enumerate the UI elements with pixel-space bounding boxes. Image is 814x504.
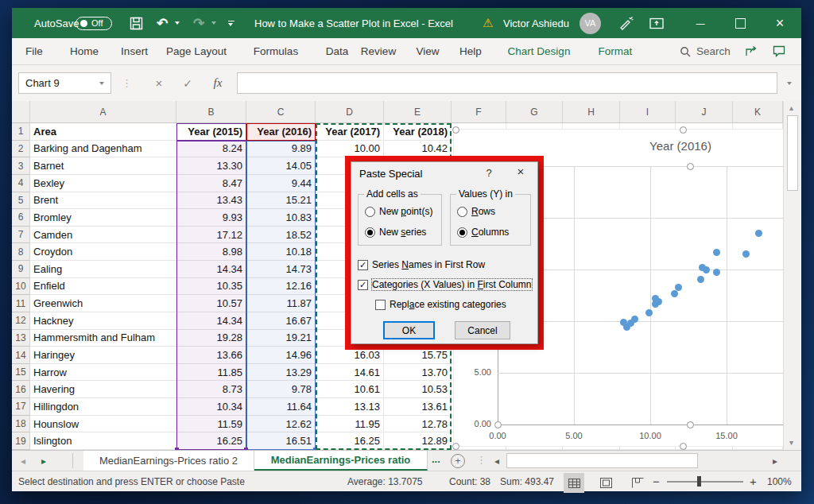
row-header-14[interactable]: 14 xyxy=(12,347,30,364)
hscroll-left-icon[interactable]: ◂ xyxy=(489,451,505,471)
cell[interactable]: Hounslow xyxy=(30,416,176,433)
row-header-7[interactable]: 7 xyxy=(12,227,30,244)
cell[interactable]: Barnet xyxy=(30,157,176,175)
cell[interactable]: Barking and Dagenham xyxy=(30,141,176,158)
page-break-preview-button[interactable] xyxy=(627,473,648,493)
share-button[interactable] xyxy=(745,38,758,64)
ribbon-display-options-button[interactable] xyxy=(649,8,664,38)
chart-selection-handle[interactable] xyxy=(687,421,694,428)
close-button[interactable]: × xyxy=(763,8,797,38)
column-header-F[interactable]: F xyxy=(452,101,506,123)
tab-chart-design[interactable]: Chart Design xyxy=(508,38,571,64)
column-header-B[interactable]: B xyxy=(176,101,246,123)
sheet-tab-overflow[interactable]: ... xyxy=(432,453,440,465)
column-header-J[interactable]: J xyxy=(676,101,733,123)
row-header-18[interactable]: 18 xyxy=(12,416,30,433)
cell[interactable]: Haringey xyxy=(30,347,176,364)
row-header-4[interactable]: 4 xyxy=(12,175,30,192)
column-header-I[interactable]: I xyxy=(620,101,676,123)
row-header-9[interactable]: 9 xyxy=(12,261,30,278)
chart-selection-handle[interactable] xyxy=(687,163,694,170)
redo-button[interactable]: ↷ xyxy=(193,8,204,38)
new-sheet-button[interactable]: + xyxy=(451,454,465,468)
zoom-in-button[interactable]: + xyxy=(750,471,757,491)
zoom-slider-thumb[interactable] xyxy=(697,476,701,487)
row-header-5[interactable]: 5 xyxy=(12,192,30,210)
horizontal-scroll-thumb[interactable] xyxy=(506,453,698,468)
chart-selection-handle[interactable] xyxy=(452,126,459,134)
minimize-button[interactable]: ─ xyxy=(684,8,717,38)
customize-qat-button[interactable] xyxy=(228,8,235,38)
cancel-button[interactable]: Cancel xyxy=(455,321,510,339)
checkbox-series-names-in-first-row[interactable]: ✓Series Names in First Row xyxy=(358,259,485,270)
formula-input[interactable] xyxy=(237,72,777,94)
chart-selection-handle[interactable] xyxy=(494,421,502,428)
radio-columns[interactable]: Columns xyxy=(457,227,509,238)
scroll-up-icon[interactable]: ▴ xyxy=(789,103,793,112)
maximize-button[interactable] xyxy=(723,8,757,38)
insert-function-button[interactable]: fx xyxy=(207,72,228,94)
radio-new-series[interactable]: New series xyxy=(365,227,426,238)
zoom-slider-track[interactable] xyxy=(667,481,743,483)
tab-data[interactable]: Data xyxy=(326,38,349,64)
account-avatar[interactable]: VA xyxy=(579,8,601,38)
vertical-scrollbar[interactable]: ▴ ▾ xyxy=(783,101,801,450)
cell[interactable]: Ealing xyxy=(30,261,176,278)
row-header-10[interactable]: 10 xyxy=(12,278,30,296)
column-header-G[interactable]: G xyxy=(506,101,563,123)
sheet-nav-right-icon[interactable]: ▸ xyxy=(36,451,52,471)
tab-home[interactable]: Home xyxy=(70,38,99,64)
tab-page-layout[interactable]: Page Layout xyxy=(166,38,227,64)
hscroll-right-icon[interactable]: ▸ xyxy=(767,451,783,471)
radio-new-point-s-[interactable]: New point(s) xyxy=(365,206,432,217)
dialog-help-button[interactable]: ? xyxy=(481,167,497,179)
autosave-toggle[interactable]: Off xyxy=(76,8,112,38)
radio-rows[interactable]: Rows xyxy=(457,206,495,217)
row-header-11[interactable]: 11 xyxy=(12,295,30,312)
chart-title[interactable]: Year (2016) xyxy=(601,139,760,153)
normal-view-button[interactable] xyxy=(564,473,584,493)
cell[interactable]: Greenwich xyxy=(30,295,176,312)
tab-insert[interactable]: Insert xyxy=(121,38,148,64)
tab-help[interactable]: Help xyxy=(459,38,482,64)
column-header-C[interactable]: C xyxy=(246,101,316,123)
column-header-D[interactable]: D xyxy=(316,101,384,123)
tab-view[interactable]: View xyxy=(416,38,439,64)
account-name[interactable]: Victor Ashiedu xyxy=(503,8,569,38)
tab-format[interactable]: Format xyxy=(599,38,633,64)
row-header-13[interactable]: 13 xyxy=(12,330,30,347)
chart-selection-handle[interactable] xyxy=(680,126,687,134)
row-header-12[interactable]: 12 xyxy=(12,312,30,330)
row-header-15[interactable]: 15 xyxy=(12,364,30,382)
tab-file[interactable]: File xyxy=(25,38,43,64)
dialog-close-button[interactable]: × xyxy=(510,165,531,178)
row-header-19[interactable]: 19 xyxy=(12,432,30,450)
checkbox-replace-existing-categories[interactable]: Replace existing categories xyxy=(375,299,506,310)
tab-review[interactable]: Review xyxy=(361,38,396,64)
sheet-nav-left-icon[interactable]: ◂ xyxy=(15,451,31,471)
column-header-K[interactable]: K xyxy=(733,101,783,123)
cell[interactable]: Area xyxy=(30,123,176,141)
row-header-16[interactable]: 16 xyxy=(12,381,30,398)
cell[interactable]: Brent xyxy=(30,192,176,210)
cancel-entry-button[interactable]: × xyxy=(149,72,169,94)
undo-button[interactable]: ↶ xyxy=(157,8,168,38)
page-layout-view-button[interactable] xyxy=(595,473,616,493)
column-header-E[interactable]: E xyxy=(384,101,452,123)
cell[interactable]: Bexley xyxy=(30,175,176,192)
range-handle[interactable] xyxy=(244,448,248,450)
comments-button[interactable] xyxy=(773,38,785,64)
cell[interactable]: Enfield xyxy=(30,278,176,296)
column-header-A[interactable]: A xyxy=(30,101,176,123)
row-header-8[interactable]: 8 xyxy=(12,243,30,261)
cell[interactable]: Havering xyxy=(30,381,176,398)
tab-formulas[interactable]: Formulas xyxy=(254,38,298,64)
cell[interactable]: Bromley xyxy=(30,209,176,227)
row-header-3[interactable]: 3 xyxy=(12,157,30,175)
cell[interactable]: Hillingdon xyxy=(30,398,176,416)
column-header-H[interactable]: H xyxy=(563,101,620,123)
vertical-scroll-thumb[interactable] xyxy=(787,115,798,191)
redo-dropdown[interactable] xyxy=(211,8,216,38)
checkbox-categories-x-values-in-first-column[interactable]: ✓Categories (X Values) in First Column xyxy=(358,279,532,290)
name-box[interactable]: Chart 9 xyxy=(18,72,111,94)
